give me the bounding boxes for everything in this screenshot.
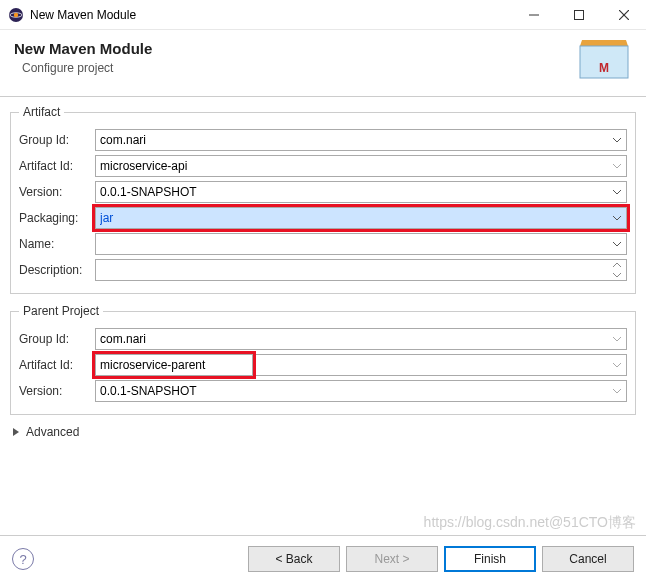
maximize-button[interactable] bbox=[556, 0, 601, 30]
description-input[interactable] bbox=[95, 259, 627, 281]
parent-group-id-label: Group Id: bbox=[19, 332, 95, 346]
svg-rect-4 bbox=[574, 10, 583, 19]
packaging-label: Packaging: bbox=[19, 211, 95, 225]
triangle-right-icon bbox=[12, 428, 20, 436]
watermark: https://blog.csdn.net@51CTO博客 bbox=[424, 514, 636, 532]
close-button[interactable] bbox=[601, 0, 646, 30]
parent-artifact-id-input[interactable] bbox=[95, 354, 253, 376]
name-label: Name: bbox=[19, 237, 95, 251]
dialog-footer: ? < Back Next > Finish Cancel bbox=[0, 535, 646, 582]
title-bar: New Maven Module bbox=[0, 0, 646, 30]
parent-legend: Parent Project bbox=[19, 304, 103, 318]
svg-text:M: M bbox=[599, 61, 609, 75]
finish-button[interactable]: Finish bbox=[444, 546, 536, 572]
version-label: Version: bbox=[19, 185, 95, 199]
parent-version-label: Version: bbox=[19, 384, 95, 398]
parent-group: Parent Project Group Id: Artifact Id: V bbox=[10, 304, 636, 415]
next-button[interactable]: Next > bbox=[346, 546, 438, 572]
packaging-input[interactable] bbox=[95, 207, 627, 229]
artifact-id-input bbox=[95, 155, 627, 177]
window-title: New Maven Module bbox=[30, 8, 511, 22]
maven-icon: M bbox=[576, 40, 632, 82]
minimize-button[interactable] bbox=[511, 0, 556, 30]
description-label: Description: bbox=[19, 263, 95, 277]
version-input[interactable] bbox=[95, 181, 627, 203]
artifact-group: Artifact Group Id: Artifact Id: Version: bbox=[10, 105, 636, 294]
header-title: New Maven Module bbox=[14, 40, 576, 57]
header-subtitle: Configure project bbox=[14, 61, 576, 75]
parent-artifact-id-label: Artifact Id: bbox=[19, 358, 95, 372]
name-input[interactable] bbox=[95, 233, 627, 255]
svg-point-2 bbox=[14, 12, 18, 16]
back-button[interactable]: < Back bbox=[248, 546, 340, 572]
group-id-input[interactable] bbox=[95, 129, 627, 151]
artifact-id-label: Artifact Id: bbox=[19, 159, 95, 173]
group-id-label: Group Id: bbox=[19, 133, 95, 147]
artifact-legend: Artifact bbox=[19, 105, 64, 119]
advanced-toggle[interactable]: Advanced bbox=[12, 425, 636, 439]
parent-version-input[interactable] bbox=[95, 380, 627, 402]
eclipse-icon bbox=[8, 7, 24, 23]
help-icon[interactable]: ? bbox=[12, 548, 34, 570]
advanced-label: Advanced bbox=[26, 425, 79, 439]
cancel-button[interactable]: Cancel bbox=[542, 546, 634, 572]
parent-group-id-input[interactable] bbox=[95, 328, 627, 350]
dialog-header: New Maven Module Configure project M bbox=[0, 30, 646, 97]
